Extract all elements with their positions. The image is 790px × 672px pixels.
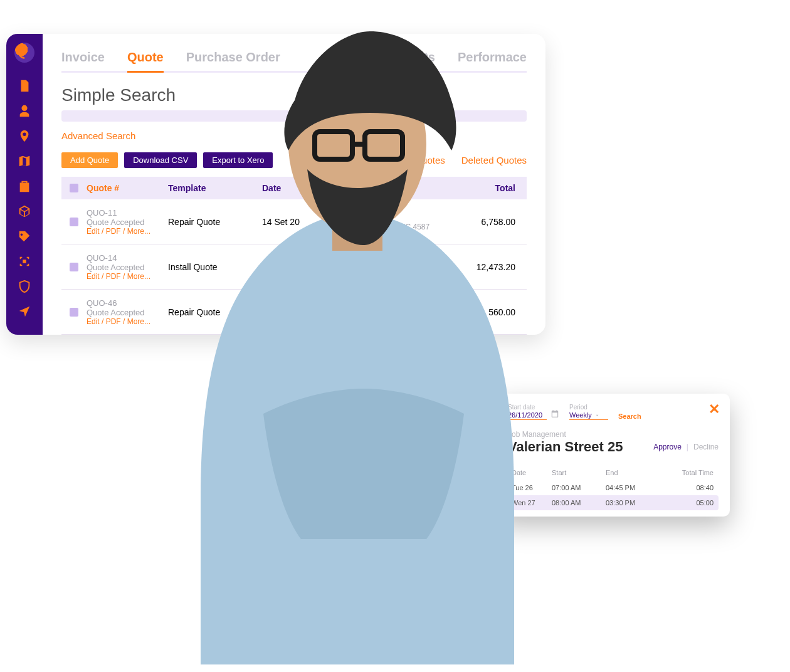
ts-end: 04:45 PM	[606, 484, 660, 491]
start-date-label: Start date	[508, 404, 547, 411]
ts-date: Tue 26	[508, 484, 552, 491]
table-row[interactable]: QUO-14 Quote Accepted Edit / PDF / More.…	[61, 244, 527, 290]
ts-start: 07:00 AM	[552, 484, 606, 491]
account-address: 587	[369, 263, 464, 271]
table-row[interactable]: QUO-11 Quote Accepted Edit / PDF / More.…	[61, 199, 527, 244]
quote-status: Quote Accepted	[87, 218, 168, 227]
approve-button[interactable]: Approve	[653, 443, 682, 451]
quote-status: Quote Accepted	[87, 308, 168, 317]
download-csv-button[interactable]: Download CSV	[124, 152, 197, 168]
tab-payments[interactable]: Payments	[376, 50, 435, 65]
timesheet-row[interactable]: Wen 27 08:00 AM 03:30 PM 05:00	[508, 495, 719, 510]
period-label: Period	[569, 404, 608, 411]
frame-icon[interactable]	[18, 255, 31, 268]
row-actions[interactable]: Edit / PDF / More...	[87, 272, 168, 281]
app-logo-icon	[14, 43, 34, 63]
tab-purchase-order[interactable]: Purchase Order	[186, 50, 280, 65]
divider: |	[687, 443, 688, 451]
ts-total: 08:40	[660, 484, 719, 491]
add-quote-button[interactable]: Add Quote	[61, 152, 118, 168]
quote-date: 30 Out 2	[262, 262, 369, 272]
ts-end: 03:30 PM	[606, 499, 660, 507]
document-icon[interactable]	[18, 79, 31, 93]
job-title: Valerian Street 25	[508, 439, 623, 455]
quote-total: 560.00	[464, 307, 527, 317]
location-arrow-icon[interactable]	[18, 305, 31, 318]
ts-start: 08:00 AM	[552, 499, 606, 507]
col-template[interactable]: Template	[168, 183, 262, 193]
tab-quote[interactable]: Quote	[127, 50, 164, 65]
ts-col-end: End	[606, 469, 660, 476]
tab-bar: Invoice Quote Purchase Order Payments Pe…	[61, 50, 527, 73]
calendar-icon[interactable]	[550, 409, 559, 420]
col-date[interactable]: Date	[262, 183, 369, 193]
tab-performance[interactable]: Performace	[458, 50, 527, 65]
advanced-search-link[interactable]: Advanced Search	[61, 130, 527, 141]
decline-button[interactable]: Decline	[693, 443, 719, 451]
quote-status: Quote Accepted	[87, 263, 168, 272]
deleted-quotes-link[interactable]: Deleted Quotes	[461, 155, 527, 165]
quote-number: QUO-14	[87, 253, 168, 263]
ts-total: 05:00	[660, 499, 719, 507]
quote-date: 14 Set 20	[262, 217, 369, 227]
quote-template: Repair Quote	[168, 307, 262, 317]
table-header: Quote # Template Date Account Total	[61, 177, 527, 199]
table-row[interactable]: QUO-46 Quote Accepted Edit / PDF / More.…	[61, 290, 527, 335]
timesheet-popup: Start date 26/11/2020 Period Weekly Sear…	[497, 394, 730, 517]
user-icon[interactable]	[18, 104, 31, 118]
col-total[interactable]: Total	[464, 183, 527, 193]
account-name: ith	[369, 213, 464, 223]
timesheet-row[interactable]: Tue 26 07:00 AM 04:45 PM 08:40	[508, 480, 719, 495]
quote-total: 6,758.00	[464, 217, 527, 227]
map-icon[interactable]	[18, 154, 31, 168]
pin-icon[interactable]	[18, 129, 31, 143]
period-select[interactable]: Weekly	[569, 411, 608, 420]
start-date-input[interactable]: 26/11/2020	[508, 411, 547, 420]
shield-icon[interactable]	[18, 280, 31, 293]
main-panel: Invoice Quote Purchase Order Payments Pe…	[43, 34, 545, 335]
timesheet-table: Date Start End Total Time Tue 26 07:00 A…	[508, 465, 719, 510]
ts-col-start: Start	[552, 469, 606, 476]
row-checkbox[interactable]	[70, 263, 78, 271]
row-actions[interactable]: Edit / PDF / More...	[87, 227, 168, 236]
quote-template: Repair Quote	[168, 217, 262, 227]
ts-date: Wen 27	[508, 499, 552, 507]
search-link[interactable]: Search	[618, 412, 641, 420]
account-address: Avenue, VIC 4587	[369, 223, 464, 231]
page-title: Simple Search	[61, 85, 527, 105]
row-actions[interactable]: Edit / PDF / More...	[87, 317, 168, 326]
search-input[interactable]	[61, 110, 527, 122]
tab-invoice[interactable]: Invoice	[61, 50, 105, 65]
quote-number: QUO-11	[87, 208, 168, 218]
quote-total: 12,473.20	[464, 262, 527, 272]
ts-col-date: Date	[508, 469, 552, 476]
quote-number: QUO-46	[87, 298, 168, 308]
clipboard-icon[interactable]	[18, 179, 31, 193]
select-all-checkbox[interactable]	[70, 184, 78, 192]
chevron-down-icon	[594, 412, 600, 418]
box-icon[interactable]	[18, 204, 31, 218]
period-value: Weekly	[569, 411, 592, 419]
col-quote[interactable]: Quote #	[87, 183, 168, 193]
ts-col-total: Total Time	[660, 469, 719, 476]
toolbar: Add Quote Download CSV Export to Xero Al…	[61, 152, 527, 168]
close-icon[interactable]: ✕	[708, 401, 720, 417]
row-checkbox[interactable]	[70, 218, 78, 226]
quotes-app-window: Invoice Quote Purchase Order Payments Pe…	[6, 34, 545, 335]
breadcrumb: Job Management	[508, 430, 719, 439]
export-xero-button[interactable]: Export to Xero	[203, 152, 273, 168]
all-quotes-link[interactable]: All Quotes	[402, 155, 445, 165]
tag-icon[interactable]	[18, 229, 31, 243]
quote-template: Install Quote	[168, 262, 262, 272]
row-checkbox[interactable]	[70, 308, 78, 317]
quotes-table: Quote # Template Date Account Total QUO-…	[61, 177, 527, 335]
col-account[interactable]: Account	[369, 183, 464, 193]
sidebar	[6, 34, 43, 335]
